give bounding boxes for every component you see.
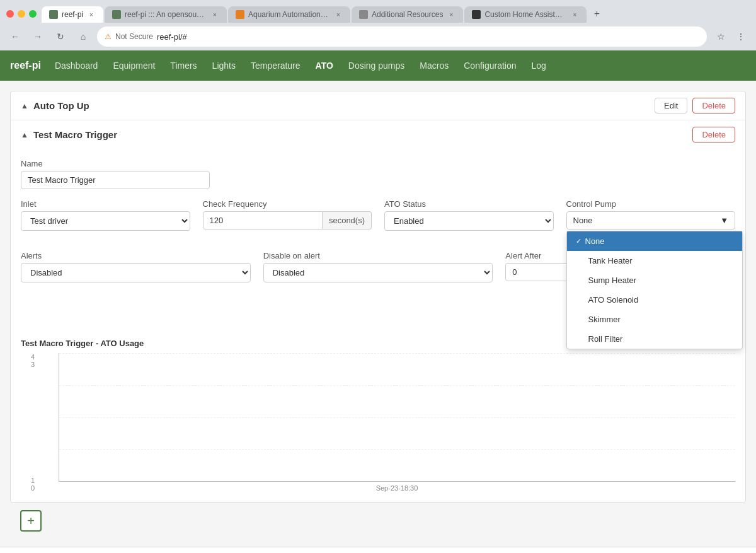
alerts-group: Alerts Disabled Enabled [21,251,251,282]
nav-temperature[interactable]: Temperature [249,58,302,73]
traffic-lights [6,10,37,18]
tab-favicon-2 [112,10,121,19]
chart-xlabel: Sep-23-18:30 [40,484,735,492]
reload-button[interactable]: ↻ [52,28,69,45]
add-ato-button[interactable]: + [20,510,42,532]
name-group: Name [21,159,735,189]
nav-ato[interactable]: ATO [314,58,335,73]
tab-close-1[interactable]: × [87,10,96,19]
url-display: reef-pi/# [157,32,699,42]
control-pump-dropdown: ✓ None Tank Heater Sump Heater [566,231,743,349]
disable-alert-group: Disable on alert Disabled Enabled [263,251,493,282]
tab-close-2[interactable]: × [210,10,219,19]
browser-actions: ☆ ⋮ [712,28,750,45]
nav-dosing-pumps[interactable]: Dosing pumps [347,58,406,73]
nav-log[interactable]: Log [530,58,547,73]
minimize-traffic-light[interactable] [18,10,25,18]
inlet-select[interactable]: Test driver [21,211,190,231]
alerts-select[interactable]: Disabled Enabled [21,263,251,282]
control-pump-option-ato-solenoid[interactable]: ATO Solenoid [567,290,742,310]
maximize-traffic-light[interactable] [29,10,37,18]
gridline-top [59,353,735,354]
forward-button[interactable]: → [29,28,47,45]
ato-edit-button[interactable]: Edit [655,98,687,114]
browser-tab-5[interactable]: Custom Home Assistant Confi... × [464,6,587,23]
check-freq-input-group: second(s) [203,211,372,230]
main-content: ▲ Auto Top Up Edit Delete ▲ Test Macro T… [0,81,756,547]
control-pump-display[interactable]: None ▼ [566,211,736,230]
nav-equipment[interactable]: Equipment [112,58,156,73]
control-pump-option-roll-filter-label: Roll Filter [588,334,623,344]
nav-macros[interactable]: Macros [418,58,450,73]
ato-card-header: ▲ Auto Top Up Edit Delete [11,91,745,120]
ato-card: ▲ Auto Top Up Edit Delete ▲ Test Macro T… [10,91,746,503]
extensions-button[interactable]: ⋮ [732,28,750,45]
chart-body-wrapper: seconds Sep-23-18:30 [40,353,735,492]
new-tab-button[interactable]: + [588,5,605,23]
check-freq-input[interactable] [203,211,323,230]
ato-status-label: ATO Status [384,199,554,209]
chart-inner: seconds [40,353,735,482]
tab-close-3[interactable]: × [334,10,343,19]
footer: Documentation | Wed Sep 23 18:29:59, run… [0,547,756,553]
tab-close-5[interactable]: × [570,10,579,19]
check-freq-label: Check Frequency [203,199,372,209]
tab-favicon-5 [472,10,481,19]
control-pump-option-none[interactable]: ✓ None [567,231,742,251]
ato-card-actions: Edit Delete [655,98,735,114]
inlet-label: Inlet [21,199,190,209]
browser-tab-4[interactable]: Additional Resources × [352,6,463,23]
control-pump-option-tank-heater-label: Tank Heater [588,256,633,265]
chart-yaxis: 4 3 1 0 [21,353,40,492]
tab-favicon-1 [49,10,58,19]
form-row-1: Inlet Test driver Check Frequency second… [21,199,735,241]
home-button[interactable]: ⌂ [74,28,92,45]
tab-label-2: reef-pi ::: An opensource reef t... [125,10,207,19]
browser-tab-1[interactable]: reef-pi × [42,6,103,23]
back-button[interactable]: ← [6,28,24,45]
control-pump-value: None [573,216,593,225]
not-secure-label: Not Secure [115,32,153,41]
trigger-chevron-icon[interactable]: ▲ [21,131,28,139]
control-pump-option-roll-filter[interactable]: Roll Filter [567,329,742,349]
chart-plot [59,353,735,482]
address-box[interactable]: ⚠ Not Secure reef-pi/# [97,26,707,47]
trigger-section-actions: Delete [692,127,735,143]
name-input[interactable] [21,171,210,189]
control-pump-option-sump-heater[interactable]: Sump Heater [567,271,742,290]
control-pump-group: Control Pump None ▼ ✓ None [566,199,736,231]
check-icon: ✓ [576,237,581,245]
nav-timers[interactable]: Timers [169,58,198,73]
trigger-title: Test Macro Trigger [33,129,117,140]
y-tick-0: 0 [31,484,35,492]
address-bar: ← → ↻ ⌂ ⚠ Not Secure reef-pi/# ☆ ⋮ [0,23,756,50]
y-tick-1: 1 [31,477,35,484]
nav-configuration[interactable]: Configuration [462,58,517,73]
close-traffic-light[interactable] [6,10,14,18]
control-pump-chevron-icon: ▼ [720,216,728,225]
name-label: Name [21,159,735,168]
browser-tab-3[interactable]: Aquarium Automation with Re... × [228,6,350,23]
nav-dashboard[interactable]: Dashboard [54,58,100,73]
trigger-section: ▲ Test Macro Trigger Delete Name [11,120,745,502]
chart-container: Test Macro Trigger - ATO Usage 4 3 1 0 s… [11,329,745,502]
control-pump-option-skimmer[interactable]: Skimmer [567,310,742,329]
trigger-form: Name Inlet Test driver Check Frequency [11,149,745,329]
disable-alert-select[interactable]: Disabled Enabled [263,263,493,282]
browser-tab-2[interactable]: reef-pi ::: An opensource reef t... × [105,6,227,23]
disable-alert-label: Disable on alert [263,251,493,260]
trigger-delete-button[interactable]: Delete [692,127,735,143]
tab-favicon-3 [236,10,244,19]
inlet-group: Inlet Test driver [21,199,190,231]
bookmark-button[interactable]: ☆ [712,28,730,45]
nav-lights[interactable]: Lights [211,58,237,73]
ato-chevron-icon[interactable]: ▲ [21,102,28,110]
trigger-title-row: ▲ Test Macro Trigger [21,129,117,140]
tab-close-4[interactable]: × [447,10,455,19]
ato-delete-button[interactable]: Delete [692,98,735,114]
control-pump-option-tank-heater[interactable]: Tank Heater [567,251,742,271]
ato-status-select[interactable]: Enabled Disabled [384,211,554,231]
tab-label-4: Additional Resources [372,10,443,19]
alerts-label: Alerts [21,251,251,260]
control-pump-option-skimmer-label: Skimmer [588,315,621,324]
